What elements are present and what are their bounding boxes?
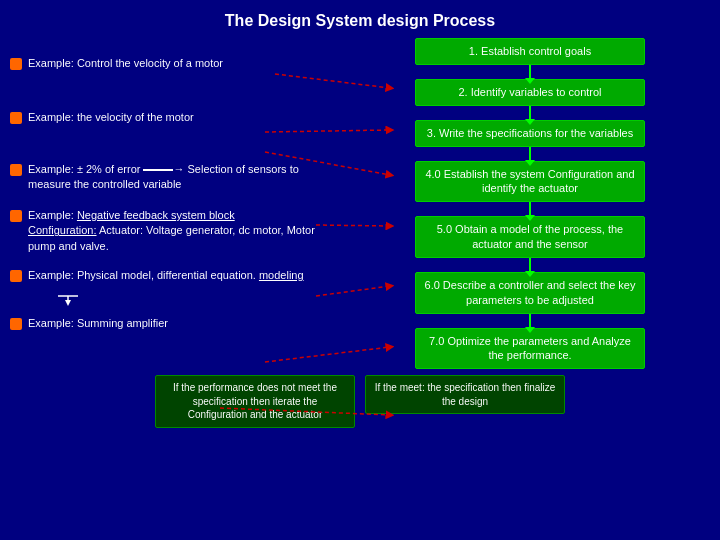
flow-arrow-5 [529, 258, 531, 272]
bullet-4 [10, 210, 22, 222]
flow-arrow-4 [529, 202, 531, 216]
bullet-1 [10, 58, 22, 70]
left-item-3: Example: ± 2% of error → Selection of se… [10, 162, 340, 194]
left-item-5: Example: Physical model, differential eq… [10, 268, 340, 305]
left-item-1: Example: Control the velocity of a motor [10, 56, 340, 88]
bullet-5 [10, 270, 22, 282]
left-text-4: Example: Negative feedback system block … [28, 208, 340, 254]
left-item-4: Example: Negative feedback system block … [10, 208, 340, 254]
page-title: The Design System design Process [0, 0, 720, 38]
left-column: Example: Control the velocity of a motor… [10, 38, 350, 369]
flow-box-6: 6.0 Describe a controller and select the… [415, 272, 645, 314]
bullet-6 [10, 318, 22, 330]
right-column: 1. Establish control goals 2. Identify v… [350, 38, 710, 369]
flow-arrow-2 [529, 106, 531, 120]
left-item-2: Example: the velocity of the motor [10, 110, 340, 142]
flow-box-5: 5.0 Obtain a model of the process, the a… [415, 216, 645, 258]
left-text-5: Example: Physical model, differential eq… [28, 268, 304, 305]
bottom-box-1: If the performance does not meet the spe… [155, 375, 355, 428]
flow-box-4: 4.0 Establish the system Configuration a… [415, 161, 645, 203]
flow-arrow-1 [529, 65, 531, 79]
left-text-2: Example: the velocity of the motor [28, 110, 194, 125]
left-item-6: Example: Summing amplifier [10, 316, 340, 348]
flow-arrow-3 [529, 147, 531, 161]
left-text-6: Example: Summing amplifier [28, 316, 168, 331]
left-text-1: Example: Control the velocity of a motor [28, 56, 223, 71]
flow-arrow-6 [529, 314, 531, 328]
bottom-box-2: If the meet: the specification then fina… [365, 375, 565, 414]
flow-box-1: 1. Establish control goals [415, 38, 645, 65]
left-text-3: Example: ± 2% of error → Selection of se… [28, 162, 340, 193]
bullet-3 [10, 164, 22, 176]
bullet-2 [10, 112, 22, 124]
bottom-section: If the performance does not meet the spe… [0, 369, 720, 428]
svg-marker-2 [65, 300, 71, 306]
flow-box-7: 7.0 Optimize the parameters and Analyze … [415, 328, 645, 370]
